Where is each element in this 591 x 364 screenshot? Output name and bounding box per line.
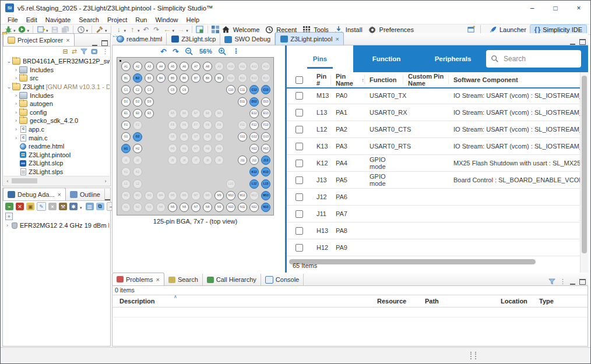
menu-run[interactable]: Run (131, 16, 151, 23)
bga-pin-H2[interactable]: H2 (133, 144, 142, 153)
bga-pin-M3[interactable]: M3 (145, 191, 154, 200)
minimize-panel-icon[interactable] (570, 279, 575, 285)
tab-problems[interactable]: Problems× (112, 273, 164, 285)
expander-icon[interactable]: › (13, 118, 19, 123)
bga-pin-J12[interactable]: J12 (249, 156, 259, 165)
bga-pin-H5[interactable]: H5 (168, 144, 177, 153)
bga-pin-H7[interactable]: H7 (191, 144, 200, 153)
tab-call-hierarchy[interactable]: Call Hierarchy (203, 274, 261, 285)
bga-pin-L10[interactable]: L10 (226, 179, 235, 189)
bga-pin-F7[interactable]: F7 (191, 121, 200, 130)
bga-pin-G13[interactable]: G13 (261, 132, 270, 142)
view-menu-icon[interactable]: ⋮ (102, 48, 108, 55)
expander-icon[interactable]: ⌄ (6, 84, 12, 90)
bga-pin-G7[interactable]: G7 (191, 132, 200, 142)
bga-pin-G5[interactable]: G5 (168, 132, 177, 142)
statusbar-grip[interactable] (470, 352, 476, 359)
bga-pin-F5[interactable]: F5 (168, 121, 177, 130)
pin-row-l12[interactable]: L12PA2USART0_CTSIO Stream: USART (vcom) … (287, 121, 581, 138)
scroll-right-icon[interactable]: › (101, 178, 110, 184)
select-all-checkbox[interactable] (296, 76, 303, 84)
tree-item-z3light-pintool[interactable]: Z3Light.pintool (4, 151, 110, 160)
bga-pin-C13[interactable]: C13 (261, 85, 270, 94)
bga-pin-A3[interactable]: A3 (145, 62, 154, 71)
bga-pin-E5[interactable]: E5 (168, 109, 177, 118)
bga-pin-B3[interactable]: B3 (145, 73, 154, 83)
tree-item-autogen[interactable]: ›autogen (4, 100, 110, 108)
bga-pin-B8[interactable]: B8 (203, 73, 212, 83)
bga-pin-E7[interactable]: E7 (191, 109, 200, 118)
open-folder-icon[interactable]: ▣ (26, 203, 34, 210)
bga-pin-J13[interactable]: J13 (261, 156, 270, 165)
tab-peripherals[interactable]: Peripherals (420, 45, 486, 72)
tree-item-main-c[interactable]: ›main.c (4, 133, 110, 142)
menu-search[interactable]: Search (75, 16, 103, 23)
filter-icon[interactable] (548, 278, 555, 285)
row-checkbox[interactable] (296, 92, 303, 100)
column-header-pin-name[interactable]: Pin Name↑ (331, 75, 365, 84)
bga-pin-M6[interactable]: M6 (180, 191, 189, 200)
bga-pin-J2[interactable]: J2 (133, 156, 142, 165)
expander-icon[interactable]: › (13, 135, 19, 141)
bga-pin-D1[interactable]: D1 (121, 97, 131, 107)
editor-tab-readme-html[interactable]: readme.html (112, 33, 167, 45)
column-header-path[interactable]: Path (418, 295, 494, 307)
bga-pin-D2[interactable]: D2 (133, 97, 142, 107)
bga-pin-L13[interactable]: L13 (261, 179, 270, 189)
bga-pin-N13[interactable]: N13 (261, 203, 270, 212)
row-checkbox[interactable] (296, 160, 303, 167)
bga-pin-F12[interactable]: F12 (249, 121, 259, 130)
bga-pin-M5[interactable]: M5 (168, 191, 177, 200)
maximize-panel-icon[interactable] (579, 279, 586, 285)
row-checkbox[interactable] (296, 210, 303, 218)
bga-pin-A13[interactable]: A13 (261, 62, 270, 71)
maximize-button[interactable]: □ (544, 1, 567, 15)
bga-pin-G11[interactable]: G11 (238, 132, 247, 142)
editor-tab-z3light-pintool[interactable]: Z3Light.pintool× (275, 32, 344, 45)
bga-pin-B5[interactable]: B5 (168, 73, 177, 83)
tree-item-z3light[interactable]: ⌄Z3Light[GNU ARM v10.3.1 - Default] [EFR (4, 83, 110, 91)
bga-pin-E3[interactable]: E3 (145, 109, 154, 118)
tree-item-config[interactable]: ›config (4, 108, 110, 117)
expander-icon[interactable]: ⌄ (6, 58, 12, 64)
rotate-left-icon[interactable]: ↶ (160, 47, 167, 56)
bga-pin-E6[interactable]: E6 (180, 109, 189, 118)
bga-pin-H12[interactable]: H12 (249, 144, 259, 153)
bga-pin-D13[interactable]: D13 (261, 97, 270, 107)
editor-tab-swo-debug[interactable]: SWO Debug (220, 33, 275, 45)
expander-icon[interactable]: › (5, 222, 10, 228)
bga-pin-M8[interactable]: M8 (203, 191, 212, 200)
bga-pin-H6[interactable]: H6 (180, 144, 189, 153)
bga-pin-J9[interactable]: J9 (214, 156, 224, 165)
bga-pin-F13[interactable]: F13 (261, 121, 270, 130)
tree-item-brd4161a-efr32mg12p-switch-led-polle[interactable]: ⌄BRD4161A_EFR32MG12P_switch_led_polle (4, 57, 110, 66)
bga-pin-F2[interactable]: F2 (133, 121, 142, 130)
tree-item-includes[interactable]: ›Includes (4, 66, 110, 75)
column-header-function[interactable]: Function (365, 75, 403, 84)
pin-row-j11[interactable]: J11PA7 (287, 206, 581, 222)
expander-icon[interactable]: › (13, 126, 19, 132)
bga-pin-K12[interactable]: K12 (249, 167, 259, 176)
zoom-out-icon[interactable] (185, 47, 194, 56)
menu-edit[interactable]: Edit (22, 16, 41, 23)
bga-pin-B7[interactable]: B7 (191, 73, 200, 83)
wrench-icon[interactable]: ⚒ (59, 203, 67, 210)
editor-tab-z3light-slcp[interactable]: Z3Light.slcp (167, 33, 220, 45)
menu-navigate[interactable]: Navigate (41, 16, 75, 23)
hscroll-thumb[interactable] (12, 178, 37, 183)
column-header-custom-pin-name[interactable]: Custom Pin Name (403, 75, 449, 84)
pin-row-j12[interactable]: J12PA6 (287, 189, 581, 206)
pin-row-h13[interactable]: H13PA8 (287, 222, 581, 239)
bga-pin-D11[interactable]: D11 (238, 97, 247, 107)
expander-icon[interactable]: › (13, 67, 19, 73)
link-editor-icon[interactable]: ⇄ (72, 48, 77, 55)
column-header-location[interactable]: Location (494, 295, 532, 307)
expander-icon[interactable]: › (13, 75, 19, 81)
install-button[interactable]: Install (346, 26, 363, 33)
bga-pin-M12[interactable]: M12 (249, 191, 259, 200)
bga-pin-N5[interactable]: N5 (168, 203, 177, 212)
bga-pin-D12[interactable]: D12 (249, 97, 259, 107)
vscroll-thumb[interactable] (582, 76, 587, 253)
bga-pin-N10[interactable]: N10 (226, 203, 235, 212)
scroll-left-icon[interactable]: ‹ (3, 178, 12, 184)
